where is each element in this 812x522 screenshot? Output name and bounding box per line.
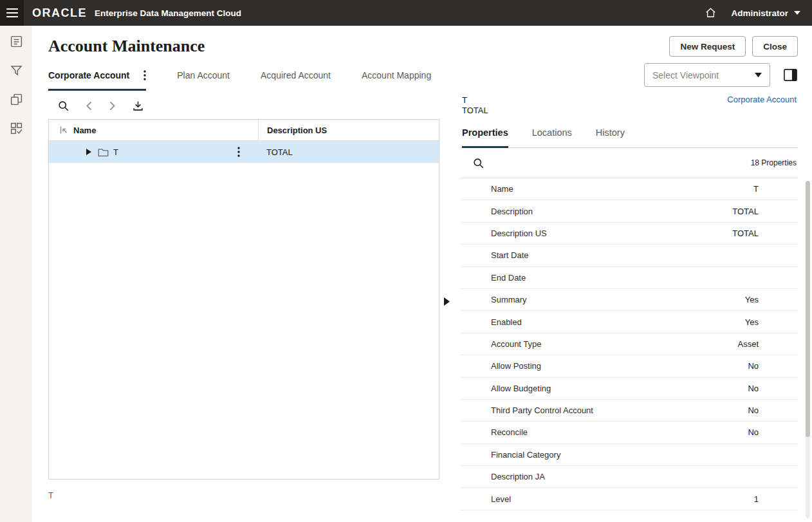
property-label: Allow Posting <box>491 361 541 371</box>
property-label: Description US <box>491 228 547 238</box>
property-row[interactable]: Description TOTAL <box>460 200 798 222</box>
filter-icon <box>10 64 23 77</box>
property-label: Start Date <box>491 250 529 260</box>
property-label: Allow Budgeting <box>491 384 551 393</box>
property-row[interactable]: Start Date <box>460 245 798 266</box>
tab-options-button[interactable] <box>143 70 146 80</box>
tree-grid: Name Description US T <box>48 119 439 480</box>
property-value: Yes <box>745 295 759 304</box>
selected-node-summary: T TOTAL <box>462 95 488 116</box>
next-button[interactable] <box>109 101 115 111</box>
column-header-description-us[interactable]: Description US <box>258 120 439 140</box>
expand-triangle-icon <box>86 148 91 156</box>
tab-account-mapping[interactable]: Account Mapping <box>362 64 431 91</box>
column-label: Name <box>73 126 96 135</box>
viewpoint-select[interactable]: Select Viewpoint <box>644 63 770 87</box>
download-icon <box>133 100 143 111</box>
tree-grid-panel: Name Description US T <box>48 92 439 510</box>
property-row[interactable]: Account Type Asset <box>460 333 798 355</box>
left-nav-sidebar <box>0 26 32 522</box>
page-header: Account Maintenance New Request Close <box>48 36 798 57</box>
kebab-icon <box>143 70 146 80</box>
sidebar-item-applications[interactable] <box>10 122 23 135</box>
property-row[interactable]: Summary Yes <box>460 289 798 311</box>
property-row[interactable]: Level 1 <box>460 488 798 510</box>
property-value: No <box>748 405 759 415</box>
details-node-description: TOTAL <box>462 106 488 116</box>
tabs-right: Select Viewpoint <box>644 63 798 91</box>
navigation-menu-button[interactable] <box>0 0 24 26</box>
chevron-down-icon <box>755 73 762 77</box>
grid-toolbar <box>48 92 439 119</box>
node-name-label: T <box>113 147 118 157</box>
property-row[interactable]: Third Party Control Account No <box>460 400 798 422</box>
viewpoint-placeholder: Select Viewpoint <box>652 70 719 80</box>
expand-node-button[interactable] <box>86 148 91 156</box>
panel-expand-handle[interactable] <box>444 297 450 306</box>
property-row[interactable]: Enabled Yes <box>460 311 798 333</box>
row-actions-button[interactable] <box>237 147 240 157</box>
property-row[interactable]: Description US TOTAL <box>460 223 798 245</box>
property-label: Enabled <box>491 317 522 327</box>
properties-count: 18 Properties <box>751 158 797 167</box>
property-row[interactable]: Allow Posting No <box>460 355 798 377</box>
details-panel: T TOTAL Corporate Account Properties Loc… <box>460 92 798 510</box>
column-header-name[interactable]: Name <box>49 120 258 140</box>
tree-row-total[interactable]: T TOTAL <box>49 141 439 163</box>
node-description-cell: TOTAL <box>258 147 439 157</box>
property-value: No <box>748 384 759 393</box>
property-row[interactable]: Description JA <box>460 466 798 488</box>
property-row[interactable]: Financial Category <box>460 444 798 466</box>
sidebar-item-requests[interactable] <box>10 64 23 77</box>
sidebar-item-compare[interactable] <box>10 93 23 106</box>
chevron-right-icon <box>109 101 115 111</box>
selected-node-footer: T <box>48 490 439 500</box>
header-actions: New Request Close <box>669 36 798 57</box>
chevron-left-icon <box>86 101 92 111</box>
grid-empty-area <box>49 163 439 479</box>
properties-list: Name T Description TOTAL Description US … <box>460 178 798 510</box>
sidebar-item-worklist[interactable] <box>10 35 23 48</box>
search-button[interactable] <box>58 100 69 111</box>
chevron-down-icon <box>794 11 800 15</box>
tab-acquired-account[interactable]: Acquired Account <box>261 64 331 91</box>
property-row[interactable]: End Date <box>460 267 798 289</box>
app-frame: Account Maintenance New Request Close Co… <box>0 26 812 522</box>
properties-scrollbar[interactable] <box>806 181 810 518</box>
search-icon <box>473 158 484 169</box>
layout-columns-button[interactable] <box>783 68 798 82</box>
property-label: Account Type <box>491 339 542 349</box>
viewpoint-link[interactable]: Corporate Account <box>727 95 797 104</box>
property-row[interactable]: Allow Budgeting No <box>460 378 798 400</box>
details-header: T TOTAL Corporate Account <box>460 92 798 116</box>
tab-properties[interactable]: Properties <box>462 124 508 148</box>
property-label: Financial Category <box>491 450 560 460</box>
tab-locations[interactable]: Locations <box>532 124 572 148</box>
folder-icon <box>98 147 109 157</box>
properties-search-button[interactable] <box>473 158 484 169</box>
property-row[interactable]: Name T <box>460 178 798 200</box>
grid-header: Name Description US <box>49 120 439 141</box>
property-label: Reconcile <box>491 427 528 437</box>
user-menu[interactable]: Administrator <box>731 8 800 18</box>
property-row[interactable]: Reconcile No <box>460 422 798 443</box>
grid-check-icon <box>10 122 23 135</box>
details-tabs: Properties Locations History <box>460 124 798 148</box>
scrollbar-thumb[interactable] <box>806 181 810 437</box>
page-title: Account Maintenance <box>48 37 205 56</box>
oracle-logo: ORACLE <box>32 6 87 20</box>
worklist-icon <box>10 35 23 48</box>
property-value: TOTAL <box>732 207 759 216</box>
tab-plan-account[interactable]: Plan Account <box>177 64 230 91</box>
tab-corporate-account[interactable]: Corporate Account <box>48 64 146 91</box>
property-value: 1 <box>754 494 759 504</box>
columns-layout-icon <box>783 68 798 82</box>
new-request-button[interactable]: New Request <box>669 36 746 57</box>
download-button[interactable] <box>133 100 143 111</box>
hierarchy-sort-icon <box>59 126 68 135</box>
home-button[interactable] <box>705 7 717 19</box>
tab-history[interactable]: History <box>596 124 625 148</box>
property-label: Level <box>491 494 511 504</box>
close-button[interactable]: Close <box>752 36 798 57</box>
previous-button[interactable] <box>86 101 92 111</box>
